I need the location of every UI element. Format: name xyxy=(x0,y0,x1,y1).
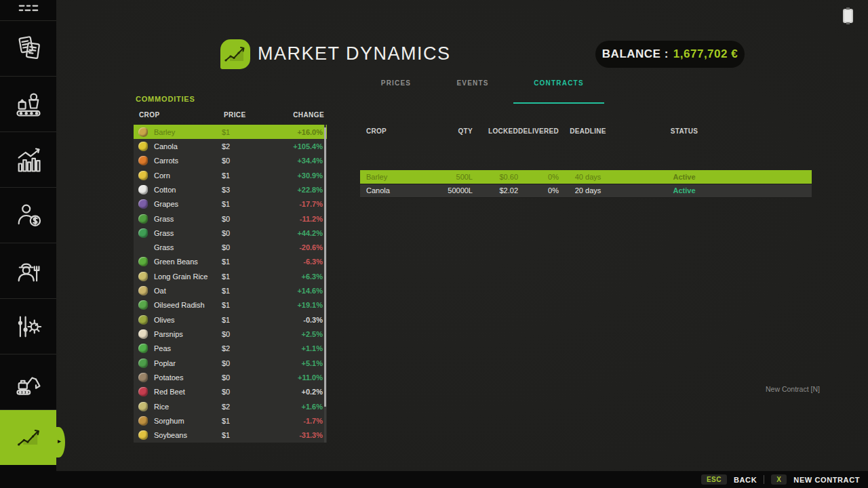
contract-deadline: 20 days xyxy=(559,186,617,195)
commodities-section-label: COMMODITIES xyxy=(136,95,195,103)
commodity-row[interactable]: Barley $1 +16.0% xyxy=(134,125,327,139)
commodity-row[interactable]: Oat $1 +14.6% xyxy=(134,283,327,298)
commodity-row[interactable]: Grass $0 +44.2% xyxy=(134,226,327,240)
commodity-row[interactable]: Cotton $3 +22.8% xyxy=(134,182,327,197)
sidebar-item-map[interactable] xyxy=(0,0,56,20)
commodity-price: $1 xyxy=(222,316,288,324)
commodity-change: +19.1% xyxy=(288,301,327,309)
commodity-row[interactable]: Long Grain Rice $1 +6.3% xyxy=(134,269,327,283)
commodity-row[interactable]: Parsnips $0 +2.5% xyxy=(134,327,327,341)
commodity-row[interactable]: Poplar $0 +5.1% xyxy=(134,356,327,370)
sidebar-item-production[interactable] xyxy=(0,76,56,131)
commodity-name: Potatoes xyxy=(154,373,222,382)
documents-icon xyxy=(14,34,43,64)
commodity-change: +34.4% xyxy=(288,157,327,165)
contract-deadline: 40 days xyxy=(559,173,617,181)
commodity-row[interactable]: Soybeans $1 -31.3% xyxy=(134,428,327,443)
commodity-row[interactable]: Canola $2 +105.4% xyxy=(134,139,327,153)
commodity-name: Red Beet xyxy=(154,388,222,396)
commodity-price: $1 xyxy=(222,287,288,295)
commodity-row[interactable]: Grass $0 -20.6% xyxy=(134,241,327,255)
commodity-price: $0 xyxy=(222,359,288,367)
commodity-row[interactable]: Oilseed Radish $1 +19.1% xyxy=(134,298,327,312)
commodity-row[interactable]: Sorghum $1 -1.7% xyxy=(134,413,327,428)
commodity-name: Soybeans xyxy=(154,431,222,439)
commodity-name: Oat xyxy=(154,287,222,295)
sidebar-item-settings[interactable] xyxy=(0,298,56,354)
commodity-price: $0 xyxy=(222,215,288,223)
sidebar-item-statistics[interactable] xyxy=(0,131,56,187)
contract-delivered: 0% xyxy=(518,173,559,181)
commodity-row[interactable]: Carrots $0 +34.4% xyxy=(134,154,327,168)
commodity-row[interactable]: Peas $2 +1.1% xyxy=(134,342,327,356)
carrots-icon xyxy=(138,156,148,165)
commodity-price: $0 xyxy=(222,330,288,338)
soybeans-icon xyxy=(138,430,148,440)
contract-row[interactable]: Canola 50000L $2.02 0% 20 days Active xyxy=(360,184,812,199)
contracts-col-crop: CROP xyxy=(360,127,441,135)
tab-events[interactable]: EVENTS xyxy=(427,79,518,104)
commodity-row[interactable]: Corn $1 +30.9% xyxy=(134,168,327,182)
commodity-name: Peas xyxy=(154,344,222,352)
commodity-row[interactable]: Grass $0 -11.2% xyxy=(134,211,327,226)
commodity-name: Cotton xyxy=(154,186,222,194)
tab-contracts[interactable]: CONTRACTS xyxy=(513,79,604,104)
commodities-scrollbar[interactable] xyxy=(324,125,326,443)
new-contract-hint: New Contract [N] xyxy=(766,385,820,393)
contract-status: Active xyxy=(617,173,751,181)
production-icon xyxy=(14,89,43,119)
contract-locked: $2.02 xyxy=(473,186,518,195)
commodity-row[interactable]: Grapes $1 -17.7% xyxy=(134,197,327,211)
balance-label: BALANCE : xyxy=(602,47,669,61)
commodity-change: +2.5% xyxy=(288,330,327,338)
rice-icon xyxy=(138,402,148,411)
sidebar-item-finances[interactable] xyxy=(0,187,56,243)
oat-icon xyxy=(138,286,148,296)
commodity-row[interactable]: Green Beans $1 -6.3% xyxy=(134,255,327,269)
x-key-badge[interactable]: X xyxy=(771,474,787,485)
potatoes-icon xyxy=(138,373,148,382)
commodities-col-crop: CROP xyxy=(139,111,224,119)
contracts-table: Barley 500L $0.60 0% 40 days Active Cano… xyxy=(360,170,812,198)
long-grain-rice-icon xyxy=(138,272,148,281)
sidebar xyxy=(0,0,56,471)
settings-icon xyxy=(14,312,43,342)
commodity-name: Carrots xyxy=(154,157,222,165)
commodity-price: $2 xyxy=(222,344,288,352)
contract-row[interactable]: Barley 500L $0.60 0% 40 days Active xyxy=(360,170,812,184)
sidebar-item-contracts[interactable] xyxy=(0,20,56,76)
commodity-price: $0 xyxy=(222,229,288,237)
commodity-name: Olives xyxy=(154,316,222,324)
red-beet-icon xyxy=(138,387,148,396)
esc-key-badge[interactable]: ESC xyxy=(701,474,727,485)
commodity-name: Grass xyxy=(154,243,222,251)
battery-icon xyxy=(843,9,853,23)
page-title: MARKET DYNAMICS xyxy=(258,43,451,64)
contracts-header: CROPQTYLOCKEDDELIVEREDDEADLINESTATUS xyxy=(360,127,812,135)
footer-divider xyxy=(764,475,764,484)
commodity-row[interactable]: Red Beet $0 +0.2% xyxy=(134,385,327,399)
contracts-col-locked: LOCKED xyxy=(473,127,518,135)
commodity-name: Poplar xyxy=(154,359,222,367)
commodity-change: +105.4% xyxy=(288,142,327,150)
parsnips-icon xyxy=(138,329,148,339)
scrollbar-thumb[interactable] xyxy=(324,127,326,407)
commodity-row[interactable]: Rice $2 +1.6% xyxy=(134,399,327,413)
sidebar-item-workers[interactable] xyxy=(0,243,56,298)
commodity-name: Rice xyxy=(154,403,222,411)
new-contract-button[interactable]: NEW CONTRACT xyxy=(793,476,860,484)
commodity-row[interactable]: Potatoes $0 +11.0% xyxy=(134,370,327,384)
contract-status: Active xyxy=(617,186,751,195)
commodity-price: $0 xyxy=(222,243,288,251)
commodity-name: Green Beans xyxy=(154,258,222,266)
sidebar-item-market-dynamics[interactable] xyxy=(0,409,56,465)
back-button[interactable]: BACK xyxy=(734,476,757,484)
commodity-change: +30.9% xyxy=(288,171,327,180)
commodity-row[interactable]: Olives $1 -0.3% xyxy=(134,312,327,327)
commodity-change: +22.8% xyxy=(288,186,327,194)
commodity-name: Grass xyxy=(154,215,222,223)
sidebar-item-construction[interactable] xyxy=(0,354,56,409)
contracts-col-qty: QTY xyxy=(441,127,473,135)
commodities-col-change: CHANGE xyxy=(290,111,327,119)
commodity-price: $1 xyxy=(222,301,288,309)
